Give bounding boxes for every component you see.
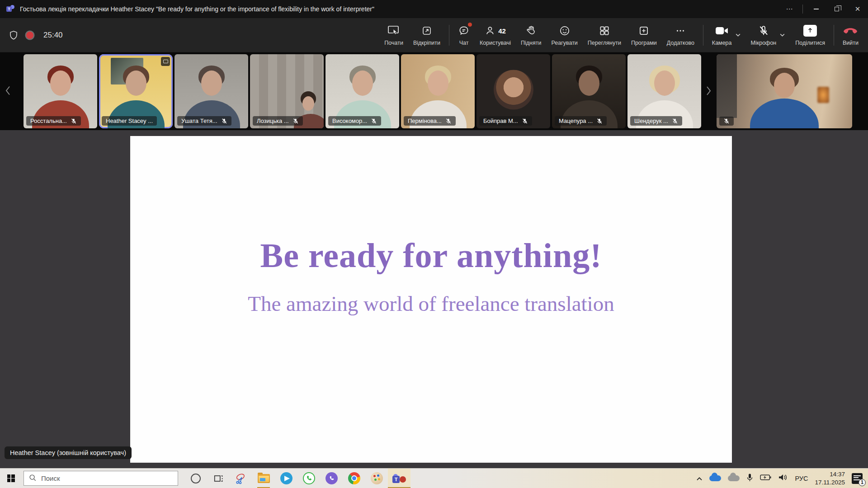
scroll-right-button[interactable] <box>706 85 712 98</box>
participant-name-label: Пермінова... <box>404 116 456 126</box>
participant-tile[interactable]: Heather Stacey ... <box>99 54 173 128</box>
mic-muted-icon <box>371 118 377 124</box>
camera-icon <box>715 24 729 38</box>
participant-tile[interactable]: Ушата Тетя... <box>175 54 248 128</box>
taskbar-search-input[interactable]: Поиск <box>24 471 178 486</box>
people-button[interactable]: 42 Користувачі <box>475 21 516 50</box>
participant-video <box>717 54 852 128</box>
onedrive-icon[interactable] <box>709 475 721 481</box>
apps-button[interactable]: Програми <box>626 21 662 50</box>
mic-muted-icon <box>758 24 769 38</box>
telegram-button[interactable] <box>275 469 297 488</box>
spotlight-badge-icon <box>161 57 170 66</box>
slide-content: Be ready for anything! The amazing world… <box>248 236 614 316</box>
cortana-icon <box>191 474 201 483</box>
language-indicator[interactable]: РУС <box>795 475 808 482</box>
presentation-stage: Be ready for anything! The amazing world… <box>0 130 868 468</box>
mic-muted-icon <box>71 118 77 124</box>
volume-icon[interactable] <box>778 474 788 483</box>
grid-view-icon <box>599 24 610 38</box>
whatsapp-icon <box>303 472 315 484</box>
tray-mic-icon[interactable] <box>746 473 753 484</box>
camera-button[interactable]: Камера <box>707 21 746 50</box>
meeting-toolbar: 25:40 Почати Відкріпити Чат 42 <box>0 18 868 52</box>
mic-chevron-icon[interactable] <box>779 33 785 37</box>
start-share-button[interactable]: Почати <box>379 21 408 50</box>
react-button[interactable]: Реагувати <box>546 21 582 50</box>
recording-dot-icon <box>26 32 33 39</box>
participant-name-label: Бойправ М... <box>479 116 532 126</box>
mic-muted-icon <box>596 118 603 124</box>
participant-tile[interactable]: Високомор... <box>326 54 399 128</box>
telegram-icon <box>280 472 292 484</box>
people-icon: 42 <box>485 24 506 38</box>
view-button[interactable]: Переглянути <box>583 21 626 50</box>
apps-plus-icon <box>638 24 650 38</box>
mic-muted-icon <box>221 118 227 124</box>
participant-tile[interactable]: Росстальна... <box>24 54 97 128</box>
search-placeholder: Поиск <box>41 474 60 482</box>
slide-title: Be ready for anything! <box>260 236 602 275</box>
participant-strip: Росстальна...Heather Stacey ...Ушата Тет… <box>0 52 868 130</box>
share-screen-icon <box>387 24 400 38</box>
mic-button[interactable]: Мікрофон <box>746 21 791 50</box>
chat-icon <box>458 24 470 38</box>
participant-tile[interactable]: Бойправ М... <box>476 54 550 128</box>
shared-slide: Be ready for anything! The amazing world… <box>130 136 732 463</box>
paint-button[interactable] <box>365 469 388 488</box>
clock[interactable]: 14:37 17.11.2025 <box>815 470 845 486</box>
tray-expand-icon[interactable] <box>696 474 703 483</box>
mic-muted-icon <box>445 118 452 124</box>
search-icon <box>28 474 37 483</box>
tray-date: 17.11.2025 <box>815 479 845 487</box>
toolbar-separator <box>703 25 703 46</box>
leave-button[interactable]: Вийти <box>838 21 863 50</box>
system-tray: РУС 14:37 17.11.2025 1 <box>696 470 868 486</box>
recording-indicator-group: 25:40 <box>8 30 63 41</box>
raise-hand-button[interactable]: Підняти <box>516 21 546 50</box>
teams-taskbar-button[interactable]: T <box>388 469 410 488</box>
chat-notification-badge <box>468 23 472 27</box>
scroll-left-button[interactable] <box>5 85 11 98</box>
share-tray-button[interactable]: Поділитися <box>790 21 830 50</box>
unpin-button[interactable]: Відкріпити <box>408 21 445 50</box>
more-button[interactable]: Додатково <box>662 21 699 50</box>
window-controls: ⋯ ✕ <box>779 0 868 18</box>
notification-badge: 1 <box>859 479 866 486</box>
participant-tile[interactable] <box>717 54 852 128</box>
file-explorer-button[interactable] <box>252 469 275 488</box>
start-button[interactable] <box>0 469 22 488</box>
cloud-sync-icon[interactable] <box>728 475 740 481</box>
chat-button[interactable]: Чат <box>453 21 475 50</box>
task-view-icon <box>213 474 223 483</box>
whatsapp-button[interactable] <box>297 469 320 488</box>
titlebar-divider <box>802 5 803 14</box>
participant-tile[interactable]: Мацепура ... <box>552 54 626 128</box>
participant-tile[interactable]: Пермінова... <box>401 54 475 128</box>
task-view-button[interactable] <box>207 469 230 488</box>
battery-icon[interactable] <box>760 474 771 483</box>
windows-logo-icon <box>7 474 15 482</box>
restore-button[interactable] <box>826 0 847 18</box>
snipping-tool-button[interactable] <box>230 469 252 488</box>
participant-tile[interactable]: Шендерук ... <box>627 54 701 128</box>
participant-name-label: Високомор... <box>328 116 381 126</box>
shield-icon[interactable] <box>8 30 19 41</box>
cortana-button[interactable] <box>184 469 207 488</box>
notification-center-icon[interactable]: 1 <box>852 473 863 484</box>
viber-button[interactable] <box>320 469 343 488</box>
teams-app-icon: T <box>6 5 14 13</box>
presenter-tooltip: Heather Stacey (зовнішній користувач) <box>5 446 132 459</box>
camera-chevron-icon[interactable] <box>735 33 741 37</box>
chrome-button[interactable] <box>343 469 365 488</box>
titlebar-more-icon[interactable]: ⋯ <box>779 0 800 18</box>
participant-tile[interactable]: Лозицька ... <box>250 54 324 128</box>
window-title: Гостьова лекція перекладачки Heather Sta… <box>20 5 374 13</box>
close-button[interactable]: ✕ <box>847 0 868 18</box>
minimize-button[interactable] <box>806 0 826 18</box>
raise-hand-icon <box>525 24 537 38</box>
toolbar-separator <box>449 25 449 46</box>
popout-icon <box>421 24 432 38</box>
teams-icon: T <box>392 473 406 484</box>
smiley-icon <box>559 24 571 38</box>
